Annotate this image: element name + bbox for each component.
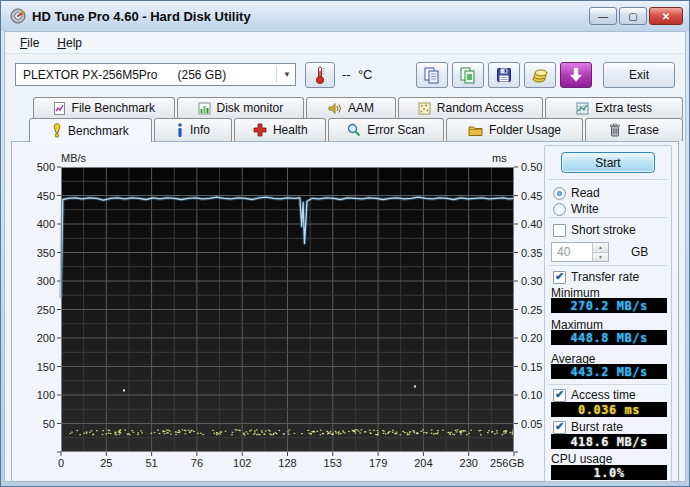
trash-icon [609, 123, 621, 137]
title-bar: HD Tune Pro 4.60 - Hard Disk Utility — ▢… [1, 1, 689, 31]
file-benchmark-icon [53, 102, 66, 115]
short-stroke-unit: GB [631, 245, 648, 259]
axis-tick-label: 128 [278, 457, 296, 469]
disk-monitor-icon [198, 102, 211, 115]
axis-tick-label: 0.30 [521, 275, 542, 287]
info-icon [176, 123, 184, 137]
tab-file-benchmark[interactable]: File Benchmark [33, 97, 175, 118]
spinner-up-icon[interactable]: ▲ [593, 243, 608, 253]
transfer-rate-checkbox[interactable]: Transfer rate [553, 270, 639, 284]
menu-file[interactable]: File [11, 34, 48, 52]
thermometer-icon [314, 65, 326, 85]
exit-button[interactable]: Exit [603, 62, 675, 88]
tab-benchmark[interactable]: Benchmark [29, 118, 152, 142]
average-value: 443.2 MB/s [551, 364, 667, 379]
benchmark-chart: MB/s ms 50045040035030025020015010050 0.… [61, 167, 514, 452]
minimize-button[interactable]: — [589, 7, 617, 25]
axis-tick-label: 0.20 [521, 332, 542, 344]
axis-tick-label: 150 [17, 361, 55, 373]
download-update-button[interactable] [560, 62, 592, 88]
axis-tick-label: 400 [17, 218, 55, 230]
radio-dot-icon [553, 203, 566, 216]
menu-bar: File Help [5, 32, 685, 54]
benchmark-page: MB/s ms 50045040035030025020015010050 0.… [11, 141, 679, 482]
axis-tick-label: 0.40 [521, 218, 542, 230]
app-icon [10, 8, 26, 24]
temperature-readout: -- °C [342, 67, 372, 82]
tab-random-access[interactable]: Random Access [398, 97, 544, 118]
axis-tick-label: 0 [58, 457, 64, 469]
checkbox-icon [553, 224, 566, 237]
tab-strip: File Benchmark Disk monitor [5, 95, 685, 141]
axis-tick-label: 153 [324, 457, 342, 469]
tab-folder-usage[interactable]: Folder Usage [446, 118, 584, 141]
left-axis-unit: MB/s [61, 152, 86, 164]
tab-extra-tests[interactable]: Extra tests [545, 97, 683, 118]
speaker-icon [328, 102, 342, 115]
save-icon [495, 66, 513, 84]
axis-tick-label: 230 [460, 457, 478, 469]
axis-tick-label: 50 [17, 418, 55, 430]
access-time-checkbox[interactable]: Access time [553, 388, 636, 402]
save-button[interactable] [488, 62, 520, 88]
drive-select[interactable]: PLEXTOR PX-256M5Pro (256 GB) ▼ [15, 63, 296, 86]
random-dots-icon [418, 102, 431, 115]
axis-tick-label: 179 [369, 457, 387, 469]
benchmark-icon [52, 123, 62, 138]
donate-button[interactable] [524, 62, 556, 88]
axis-tick-label: 0.50 [521, 161, 542, 173]
access-time-value: 0.036 ms [551, 402, 667, 417]
start-button[interactable]: Start [561, 152, 655, 173]
tab-health[interactable]: Health [234, 118, 326, 141]
axis-tick-label: 102 [233, 457, 251, 469]
copy-icon [423, 66, 441, 84]
copy-screenshot-button[interactable] [452, 62, 484, 88]
burst-rate-checkbox[interactable]: Burst rate [553, 420, 623, 434]
short-stroke-spinner[interactable]: 40 ▲ ▼ [551, 242, 609, 262]
axis-tick-label: 51 [145, 457, 157, 469]
tab-error-scan[interactable]: Error Scan [328, 118, 444, 141]
tab-disk-monitor[interactable]: Disk monitor [177, 97, 305, 118]
spinner-down-icon[interactable]: ▼ [593, 253, 608, 262]
drive-select-value: PLEXTOR PX-256M5Pro (256 GB) [23, 68, 226, 82]
tab-info[interactable]: Info [154, 118, 233, 141]
toolbar: PLEXTOR PX-256M5Pro (256 GB) ▼ -- °C [5, 54, 685, 95]
axis-tick-label: 100 [17, 389, 55, 401]
maximum-value: 448.8 MB/s [551, 330, 667, 345]
tab-aam[interactable]: AAM [306, 97, 396, 118]
axis-tick-label: 0.45 [521, 190, 542, 202]
axis-tick-label: 76 [191, 457, 203, 469]
checkbox-icon [553, 271, 566, 284]
short-stroke-checkbox[interactable]: Short stroke [553, 223, 636, 237]
maximize-button[interactable]: ▢ [619, 7, 647, 25]
burst-rate-value: 418.6 MB/s [551, 434, 667, 449]
axis-tick-label: 0.15 [521, 361, 542, 373]
folder-icon [468, 124, 483, 137]
axis-tick-label: 0.35 [521, 247, 542, 259]
app-window: HD Tune Pro 4.60 - Hard Disk Utility — ▢… [0, 0, 690, 487]
checkbox-icon [553, 421, 566, 434]
menu-help[interactable]: Help [48, 34, 91, 52]
temperature-button[interactable] [305, 62, 335, 88]
cpu-usage-label: CPU usage [551, 452, 612, 466]
axis-tick-label: 25 [100, 457, 112, 469]
axis-tick-label: 500 [17, 161, 55, 173]
axis-tick-label: 256GB [490, 457, 524, 469]
checkbox-icon [553, 389, 566, 402]
axis-tick-label: 0.10 [521, 389, 542, 401]
coins-icon [531, 66, 550, 84]
read-radio[interactable]: Read [553, 186, 600, 200]
axis-tick-label: 204 [414, 457, 432, 469]
extra-tests-icon [576, 102, 589, 115]
chevron-down-icon: ▼ [276, 66, 291, 83]
radio-dot-icon [553, 187, 566, 200]
close-button[interactable]: ✕ [649, 7, 683, 25]
plot-area [61, 167, 514, 452]
minimum-value: 270.2 MB/s [551, 298, 667, 313]
cpu-usage-value: 1.0% [551, 465, 667, 480]
axis-tick-label: 0.25 [521, 304, 542, 316]
write-radio[interactable]: Write [553, 202, 599, 216]
copy-to-clipboard-button[interactable] [416, 62, 448, 88]
tab-erase[interactable]: Erase [585, 118, 683, 141]
down-arrow-icon [569, 67, 583, 83]
